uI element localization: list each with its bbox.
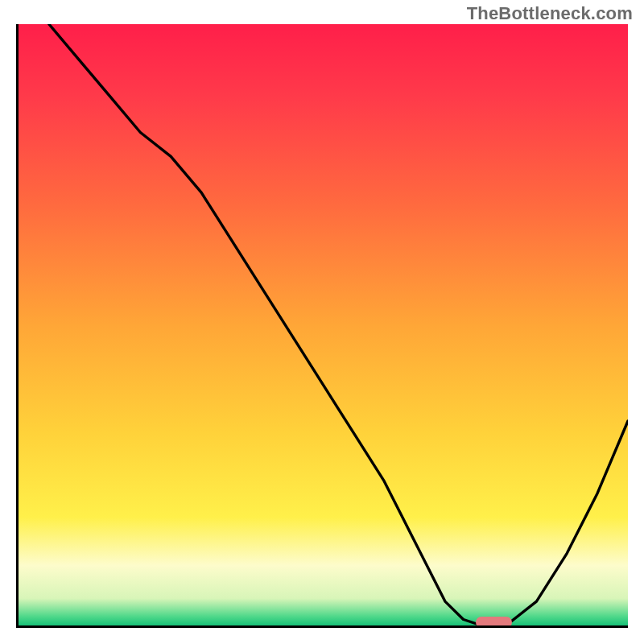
axes-frame xyxy=(16,24,628,628)
chart-stage: TheBottleneck.com xyxy=(0,0,644,644)
watermark-text: TheBottleneck.com xyxy=(467,3,633,24)
